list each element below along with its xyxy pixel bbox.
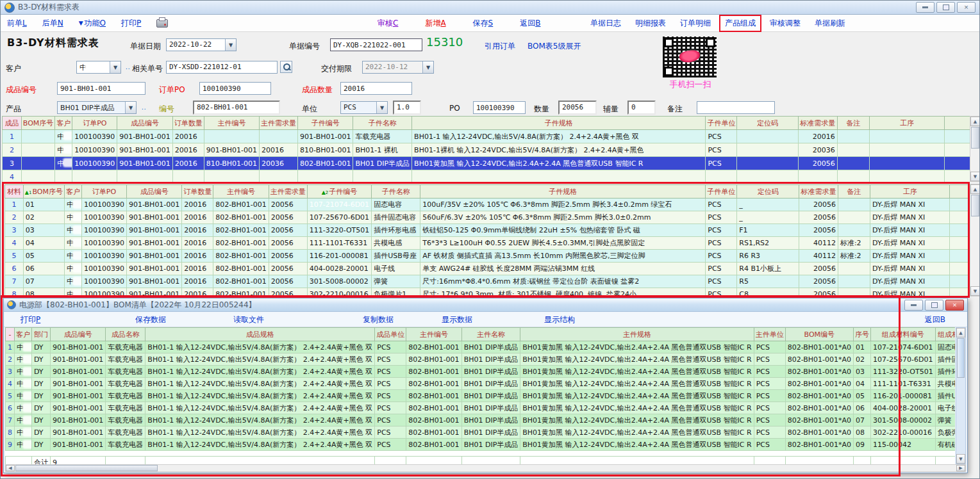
cell[interactable]: [260, 170, 298, 183]
cell[interactable]: [837, 143, 869, 157]
column-header[interactable]: 成品单位: [375, 328, 406, 341]
cell[interactable]: 1: [5, 199, 24, 211]
column-header[interactable]: 主件编号: [204, 117, 259, 130]
cell[interactable]: 116-201-000081: [307, 250, 372, 263]
cell[interactable]: 中: [15, 353, 32, 366]
cell[interactable]: 有机硅胶: [935, 439, 955, 451]
cell[interactable]: 802-BH01-001: [406, 341, 461, 353]
cell[interactable]: 20016: [260, 143, 298, 157]
cell[interactable]: PCS: [754, 390, 785, 402]
cell[interactable]: 100100390: [81, 288, 126, 296]
cell[interactable]: PCS: [754, 366, 785, 378]
cell[interactable]: 20056: [269, 224, 307, 237]
toolbar-item[interactable]: 审核调整: [770, 18, 801, 29]
cell[interactable]: [950, 250, 968, 263]
cell[interactable]: 中: [15, 390, 32, 402]
cell[interactable]: [72, 170, 117, 183]
cell[interactable]: 301-5008-00002: [307, 275, 372, 288]
cell[interactable]: PCS: [375, 366, 406, 378]
column-header[interactable]: 子件单位: [706, 185, 737, 199]
column-header[interactable]: 子件编号: [298, 117, 353, 130]
cell[interactable]: 车载充电器: [106, 426, 145, 439]
column-header[interactable]: 成品编号: [126, 185, 181, 199]
column-header[interactable]: [950, 185, 968, 199]
cell[interactable]: PCS: [754, 353, 785, 366]
cell[interactable]: [737, 170, 798, 183]
cell[interactable]: DY: [32, 439, 51, 451]
cell[interactable]: 901-BH01-001: [51, 414, 106, 426]
cell[interactable]: 20056: [269, 237, 307, 250]
cell[interactable]: [117, 170, 172, 183]
cell[interactable]: [950, 237, 968, 250]
cell[interactable]: 单支 AWG24# 硅胶线 长度28MM 两端沾锡3MM 红线: [420, 263, 706, 275]
cell[interactable]: PCS: [706, 130, 737, 143]
cell[interactable]: 固态电容: [372, 199, 420, 211]
column-header[interactable]: 材料: [5, 185, 24, 199]
cell[interactable]: 5: [5, 250, 24, 263]
cell[interactable]: [204, 170, 259, 183]
cell[interactable]: 3: [5, 224, 24, 237]
cell[interactable]: 802-BH01-001: [406, 378, 461, 390]
cell[interactable]: PCS: [375, 378, 406, 390]
cell[interactable]: [55, 170, 72, 183]
column-header[interactable]: 主件编号: [213, 185, 269, 199]
cell[interactable]: [950, 288, 968, 296]
column-header[interactable]: 客户: [55, 117, 72, 130]
cell[interactable]: 20056: [269, 211, 307, 224]
link-quote-order[interactable]: 引用订单: [485, 41, 515, 52]
close-button[interactable]: ×: [957, 2, 976, 13]
cell[interactable]: 802-BH01-001*A0: [785, 402, 853, 414]
cell[interactable]: 弹簧: [372, 275, 420, 288]
cell[interactable]: 802-BH01-001: [406, 426, 461, 439]
cell[interactable]: BH01 DIP半成品: [461, 390, 520, 402]
cell[interactable]: 100100390: [72, 130, 117, 143]
cell[interactable]: BH01黄加黑 输入12-24VDC,输出2.4A+2.4A 黑色普通双USB …: [412, 157, 706, 170]
cell[interactable]: 20056: [799, 275, 838, 288]
column-header[interactable]: 客户: [64, 185, 81, 199]
cell[interactable]: 中: [64, 263, 81, 275]
cell[interactable]: 20016: [182, 288, 213, 296]
cell[interactable]: 07: [23, 275, 64, 288]
cell[interactable]: 车载充电器: [106, 378, 145, 390]
cell[interactable]: 04: [23, 237, 64, 250]
cell[interactable]: 802-BH01-001: [213, 211, 269, 224]
cell[interactable]: [837, 157, 869, 170]
toolbar-item[interactable]: 后单N: [42, 18, 63, 29]
cell[interactable]: DY-后焊 MAN XI: [870, 250, 950, 263]
column-header[interactable]: 子件名称: [353, 117, 412, 130]
cell[interactable]: [21, 130, 55, 143]
cell[interactable]: _: [737, 211, 799, 224]
cell[interactable]: BH01黄加黑 输入12-24VDC,输出2.4A+2.4A 黑色普通双USB …: [520, 414, 754, 426]
column-header[interactable]: 主件规格: [520, 328, 754, 341]
cell[interactable]: 4: [6, 378, 15, 390]
cell[interactable]: 111-3220-OT501: [871, 366, 936, 378]
cell[interactable]: DY: [32, 414, 51, 426]
cell[interactable]: 车载充电器: [106, 439, 145, 451]
cell[interactable]: 共模电感: [935, 378, 955, 390]
cell[interactable]: PCS: [754, 341, 785, 353]
cell[interactable]: 电子线: [372, 263, 420, 275]
cell[interactable]: 107-25670-6D01: [307, 211, 372, 224]
cell[interactable]: BH01黄加黑 输入12-24VDC,输出2.4A+2.4A 黑色普通双USB …: [520, 439, 754, 451]
cell[interactable]: DY-后焊 MAN XI: [870, 263, 950, 275]
toolbar-item[interactable]: ▼功能O: [79, 18, 106, 29]
toolbar-item[interactable]: 产品组成: [725, 18, 756, 29]
cell[interactable]: [870, 157, 945, 170]
minimize-button[interactable]: [916, 2, 934, 13]
cell[interactable]: PCS: [706, 250, 737, 263]
column-header[interactable]: 工序: [870, 117, 945, 130]
cell[interactable]: 802-BH01-001: [406, 414, 461, 426]
cell[interactable]: 20056: [799, 199, 838, 211]
bom-horizontal-scrollbar[interactable]: ◀ ▶: [5, 464, 966, 472]
cell[interactable]: BH01-1 输入12-24VDC,输出5V/4.8A(新方案） 2.4+2.4…: [145, 439, 375, 451]
cell[interactable]: 301-5008-00002: [871, 414, 936, 426]
cell[interactable]: BH01-1 输入12-24VDC,输出5V/4.8A(新方案） 2.4+2.4…: [145, 426, 375, 439]
cell[interactable]: 20056: [269, 250, 307, 263]
cell[interactable]: PCS: [706, 157, 737, 170]
cell[interactable]: DY: [32, 378, 51, 390]
cell[interactable]: 20016: [182, 263, 213, 275]
cell[interactable]: 901-BH01-001: [126, 250, 181, 263]
column-header[interactable]: 工序: [870, 185, 950, 199]
search-icon[interactable]: [280, 61, 292, 73]
cell[interactable]: [950, 224, 968, 237]
